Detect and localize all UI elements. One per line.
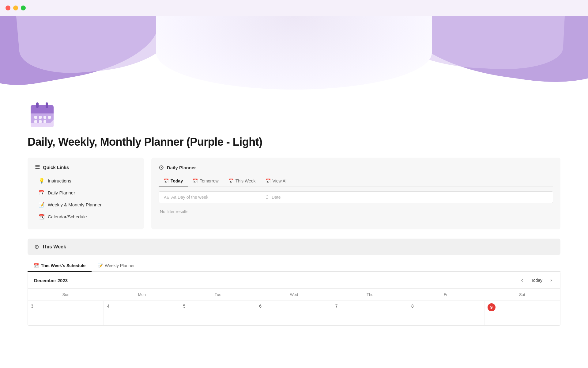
day-header-sat: Sat xyxy=(484,289,560,301)
calendar-prev-btn[interactable]: ‹ xyxy=(519,276,525,284)
calendar-day-headers: Sun Mon Tue Wed Thu Fri Sat xyxy=(28,289,560,301)
window-close-btn[interactable] xyxy=(6,6,10,10)
filter-date-placeholder: Date xyxy=(272,195,281,200)
link-instructions-label: Instructions xyxy=(48,178,71,183)
cal-cell-3[interactable]: 3 xyxy=(28,301,104,325)
window-maximize-btn[interactable] xyxy=(21,6,26,10)
page-content: Daily, Weekly, Monthly Planner (Purple -… xyxy=(0,90,588,344)
cal-date-9-today: 9 xyxy=(488,303,496,311)
link-weekly-monthly[interactable]: 📝 Weekly & Monthly Planner xyxy=(35,199,137,210)
day-header-sun: Sun xyxy=(28,289,104,301)
calendar-nav: December 2023 ‹ Today › xyxy=(28,272,560,289)
day-header-mon: Mon xyxy=(104,289,180,301)
week-schedule-label: This Week's Schedule xyxy=(41,263,85,268)
header-banner xyxy=(0,16,588,90)
calendar-week-row: 3 4 5 6 7 8 9 xyxy=(28,301,560,325)
no-results-text: No filter results. xyxy=(159,207,553,217)
link-weekly-monthly-label: Weekly & Monthly Planner xyxy=(48,202,102,207)
filter-row: Aa Aa Day of the week 🗓 Date xyxy=(159,191,553,203)
filter-day-cell[interactable]: Aa Aa Day of the week xyxy=(159,192,260,203)
calendar-icon-link: 📅 xyxy=(39,190,45,196)
tab-this-week-label: This Week xyxy=(236,178,256,183)
this-week-header: ⊙ This Week xyxy=(28,239,560,255)
tab-view-all-icon: 📅 xyxy=(266,178,271,183)
day-header-fri: Fri xyxy=(408,289,484,301)
calendar-next-btn[interactable]: › xyxy=(548,276,554,284)
tab-this-week[interactable]: 📅 This Week xyxy=(224,176,261,186)
week-planner-icon: 📝 xyxy=(98,263,103,268)
window-minimize-btn[interactable] xyxy=(13,6,18,10)
calendar-grid-icon: 📆 xyxy=(39,214,45,220)
day-header-thu: Thu xyxy=(332,289,408,301)
main-grid: ☰ Quick Links 💡 Instructions 📅 Daily Pla… xyxy=(28,158,560,229)
calendar-section: December 2023 ‹ Today › Sun Mon Tue Wed … xyxy=(28,272,560,326)
svg-rect-6 xyxy=(39,116,42,119)
cal-cell-6[interactable]: 6 xyxy=(256,301,332,325)
cal-cell-5[interactable]: 5 xyxy=(180,301,256,325)
week-tab-planner[interactable]: 📝 Weekly Planner xyxy=(92,260,141,272)
tab-view-all[interactable]: 📅 View All xyxy=(261,176,292,186)
page-icon xyxy=(28,99,58,129)
page-title: Daily, Weekly, Monthly Planner (Purple -… xyxy=(28,136,560,148)
filter-day-placeholder: Aa Day of the week xyxy=(171,195,208,200)
cal-date-3: 3 xyxy=(31,304,33,309)
cal-date-6: 6 xyxy=(259,304,262,309)
tab-today-icon: 📅 xyxy=(164,178,169,183)
calendar-filter-icon: 🗓 xyxy=(265,195,269,200)
window-chrome xyxy=(0,0,588,16)
bulb-icon: 💡 xyxy=(39,178,45,184)
daily-planner-title: Daily Planner xyxy=(167,165,196,170)
svg-rect-9 xyxy=(34,120,37,123)
day-header-wed: Wed xyxy=(256,289,332,301)
cal-cell-7[interactable]: 7 xyxy=(332,301,408,325)
week-tabs: 📅 This Week's Schedule 📝 Weekly Planner xyxy=(28,260,560,272)
day-header-tue: Tue xyxy=(180,289,256,301)
filter-date-cell[interactable]: 🗓 Date xyxy=(260,192,361,203)
calendar-month-label: December 2023 xyxy=(34,278,68,283)
tab-tomorrow-icon: 📅 xyxy=(193,178,198,183)
cal-cell-8[interactable]: 8 xyxy=(408,301,484,325)
tab-tomorrow[interactable]: 📅 Tomorrow xyxy=(188,176,223,186)
daily-planner-tabs: 📅 Today 📅 Tomorrow 📅 This Week 📅 View Al… xyxy=(159,176,553,186)
daily-planner-panel: ⊙ Daily Planner 📅 Today 📅 Tomorrow 📅 Thi… xyxy=(151,158,560,229)
svg-rect-5 xyxy=(34,116,37,119)
this-week-title: This Week xyxy=(42,244,66,250)
svg-rect-3 xyxy=(36,102,39,108)
this-week-icon: ⊙ xyxy=(34,243,39,250)
calendar-today-btn[interactable]: Today xyxy=(529,277,545,284)
cal-cell-9[interactable]: 9 xyxy=(484,301,560,325)
cal-cell-4[interactable]: 4 xyxy=(104,301,180,325)
svg-rect-4 xyxy=(46,102,48,108)
svg-rect-11 xyxy=(43,120,46,123)
link-instructions[interactable]: 💡 Instructions xyxy=(35,175,137,186)
filter-extra-cell xyxy=(361,192,553,203)
daily-planner-header: ⊙ Daily Planner xyxy=(159,164,553,171)
week-planner-label: Weekly Planner xyxy=(105,263,135,268)
tab-today-label: Today xyxy=(171,178,183,183)
cal-date-4: 4 xyxy=(107,304,109,309)
cal-date-8: 8 xyxy=(411,304,414,309)
quick-links-panel: ☰ Quick Links 💡 Instructions 📅 Daily Pla… xyxy=(28,158,144,229)
dp-header-icon: ⊙ xyxy=(159,164,164,171)
week-schedule-icon: 📅 xyxy=(34,263,39,268)
cal-date-5: 5 xyxy=(183,304,186,309)
calendar-nav-controls: ‹ Today › xyxy=(519,276,554,284)
svg-rect-10 xyxy=(39,120,42,123)
link-daily-planner[interactable]: 📅 Daily Planner xyxy=(35,187,137,198)
week-tab-schedule[interactable]: 📅 This Week's Schedule xyxy=(28,260,92,272)
svg-rect-7 xyxy=(43,116,46,119)
hamburger-icon: ☰ xyxy=(35,164,40,171)
svg-rect-8 xyxy=(48,116,51,119)
link-calendar-schedule[interactable]: 📆 Calendar/Schedule xyxy=(35,211,137,222)
svg-rect-2 xyxy=(31,109,54,113)
tab-view-all-label: View All xyxy=(273,178,288,183)
tab-tomorrow-label: Tomorrow xyxy=(200,178,218,183)
tab-today[interactable]: 📅 Today xyxy=(159,176,188,186)
cal-date-7: 7 xyxy=(335,304,338,309)
text-icon: Aa xyxy=(164,195,169,200)
notepad-icon: 📝 xyxy=(39,202,45,208)
quick-links-header: ☰ Quick Links xyxy=(35,164,137,171)
quick-links-title: Quick Links xyxy=(43,165,69,170)
this-week-section: ⊙ This Week 📅 This Week's Schedule 📝 Wee… xyxy=(28,239,560,326)
link-calendar-schedule-label: Calendar/Schedule xyxy=(48,214,87,219)
